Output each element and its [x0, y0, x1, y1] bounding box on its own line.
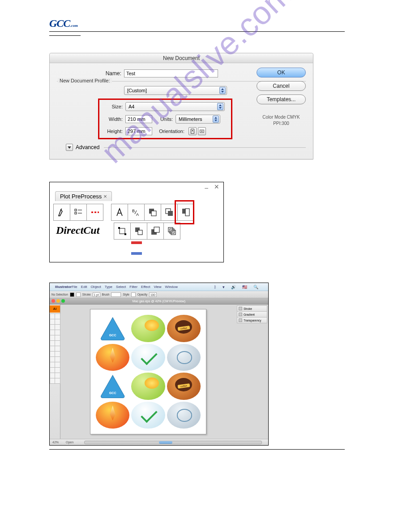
- new-document-dialog: New Document Name: New Document Profile:…: [49, 53, 313, 159]
- width-label: Width:: [102, 116, 125, 122]
- list-icon[interactable]: [70, 204, 87, 221]
- cancel-button[interactable]: Cancel: [257, 81, 306, 91]
- scrollbar[interactable]: [84, 441, 262, 444]
- zoom-tool[interactable]: [55, 378, 60, 384]
- panel-title: DirectCut: [53, 224, 112, 238]
- fill-swatch[interactable]: [70, 292, 74, 297]
- tab-close-icon[interactable]: ×: [103, 193, 107, 200]
- templates-button[interactable]: Templates...: [257, 94, 306, 104]
- brand-logo: GCC.com: [49, 18, 384, 29]
- badge-lemon: [131, 315, 165, 342]
- svg-rect-4: [75, 212, 77, 214]
- zoom-level[interactable]: 42%: [52, 441, 59, 444]
- brush-label: Brush: [102, 293, 110, 296]
- panel-gradient[interactable]: Gradient: [237, 311, 267, 317]
- control-bar: No Selection Stroke 1 pt Brush Style Opa…: [50, 291, 268, 298]
- panel-stroke[interactable]: Stroke: [237, 305, 267, 312]
- sort-ba-icon[interactable]: BA: [128, 204, 145, 221]
- panel-tab[interactable]: Plot PreProcess×: [55, 191, 112, 201]
- corners-icon[interactable]: [114, 223, 131, 240]
- tool-highlight-box: [175, 200, 194, 224]
- flag-icon[interactable]: 🇺🇸: [242, 285, 247, 289]
- menu-effect[interactable]: Effect: [141, 285, 150, 289]
- svg-rect-14: [168, 211, 173, 216]
- badge-check: [131, 402, 165, 429]
- height-label: Height:: [102, 129, 125, 134]
- badge-check: [131, 344, 165, 371]
- menu-window[interactable]: Window: [165, 285, 178, 289]
- menu-select[interactable]: Select: [116, 285, 126, 289]
- units-label: Units:: [152, 116, 176, 122]
- wifi-icon[interactable]: ▾: [223, 285, 225, 289]
- orientation-label: Orientation:: [152, 129, 187, 134]
- width-input[interactable]: [125, 115, 152, 123]
- advanced-label: Advanced: [76, 144, 99, 150]
- status-text: Open: [66, 441, 73, 444]
- ok-button[interactable]: OK: [257, 68, 306, 77]
- svg-rect-19: [124, 233, 126, 235]
- minimize-icon[interactable]: –: [205, 184, 208, 191]
- height-input[interactable]: [125, 127, 152, 135]
- pen-icon[interactable]: [53, 204, 70, 221]
- traffic-close-icon[interactable]: [51, 299, 55, 303]
- close-icon[interactable]: ×: [214, 182, 219, 192]
- badge-coffee: [167, 315, 201, 342]
- document-titlebar: Mac gas.eps @ 42% (CMYK/Preview): [50, 298, 268, 305]
- color-mode-info: Color Mode CMYK PPI:300: [257, 114, 306, 127]
- dash-icon[interactable]: [86, 204, 103, 221]
- selection-status: No Selection: [51, 293, 68, 296]
- svg-text:GCC: GCC: [109, 334, 116, 337]
- size-dropdown[interactable]: A4: [125, 102, 225, 111]
- menu-type[interactable]: Type: [105, 285, 112, 289]
- stroke-weight[interactable]: 1 pt: [93, 292, 100, 297]
- app-name: Illustrator: [55, 285, 72, 289]
- menu-view[interactable]: View: [154, 285, 161, 289]
- illustrator-screenshot: Illustrator File Edit Object Type Select…: [49, 283, 269, 446]
- opacity-input[interactable]: 100: [149, 292, 157, 297]
- menu-file[interactable]: File: [72, 285, 77, 289]
- svg-text:A: A: [136, 212, 139, 217]
- svg-text:GCC: GCC: [109, 391, 116, 395]
- canvas[interactable]: GCC GCC: [60, 305, 236, 439]
- size-highlight-box: Size: A4 Width: Units: Millimeters: [98, 99, 232, 139]
- bluetooth-icon[interactable]: ᛒ: [214, 285, 216, 289]
- short-rule: [49, 35, 81, 36]
- traffic-min-icon[interactable]: [56, 299, 60, 303]
- traffic-zoom-icon[interactable]: [61, 299, 65, 303]
- overlap-1-icon[interactable]: [144, 204, 161, 221]
- style-label: Style: [123, 293, 129, 296]
- svg-rect-18: [118, 227, 120, 229]
- orientation-landscape-button[interactable]: [198, 127, 206, 135]
- badge-coffee: [167, 373, 201, 400]
- badge-gear: [167, 344, 201, 371]
- name-label: Name:: [57, 70, 124, 77]
- brush-select[interactable]: [111, 292, 121, 297]
- profile-dropdown[interactable]: [Custom]: [124, 86, 227, 95]
- bottom-rule: [49, 449, 345, 450]
- outline-a-icon[interactable]: [111, 204, 128, 221]
- units-dropdown[interactable]: Millimeters: [176, 115, 220, 124]
- artboard: GCC GCC: [90, 309, 206, 434]
- stack-icon[interactable]: [163, 223, 180, 240]
- advanced-toggle[interactable]: [66, 144, 73, 151]
- style-select[interactable]: [131, 292, 136, 297]
- overlap-twist-icon[interactable]: [147, 223, 164, 240]
- panel-transparency[interactable]: Transparency: [237, 317, 267, 323]
- status-bar: 42% Open: [50, 439, 268, 445]
- ai-logo-icon: Ai: [50, 305, 60, 313]
- svg-rect-17: [120, 228, 125, 234]
- menu-edit[interactable]: Edit: [81, 285, 87, 289]
- badge-flame: [96, 402, 129, 429]
- name-input[interactable]: [124, 69, 218, 77]
- profile-label: New Document Profile:: [58, 78, 112, 83]
- right-panels: Stroke Gradient Transparency: [236, 305, 268, 439]
- spotlight-icon[interactable]: 🔍: [253, 285, 258, 289]
- stroke-swatch[interactable]: [76, 292, 81, 297]
- overlap-shift-icon[interactable]: [130, 223, 147, 240]
- menu-bar: Illustrator File Edit Object Type Select…: [50, 283, 268, 291]
- volume-icon[interactable]: 🔊: [231, 285, 236, 289]
- menu-object[interactable]: Object: [91, 285, 101, 289]
- orientation-portrait-button[interactable]: [188, 127, 197, 135]
- opacity-label: Opacity: [137, 293, 147, 296]
- menu-filter[interactable]: Filter: [129, 285, 137, 289]
